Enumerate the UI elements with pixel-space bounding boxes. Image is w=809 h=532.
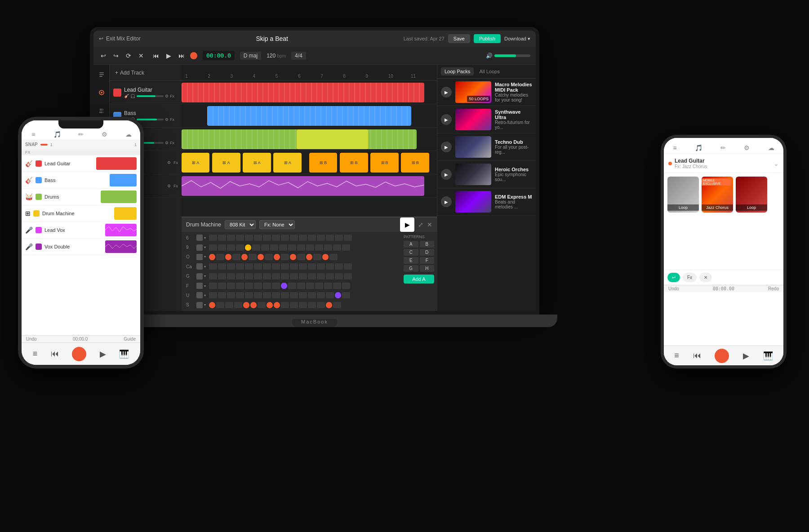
- vox-settings-icon[interactable]: ⚙: [167, 184, 171, 188]
- pr-record-button[interactable]: [715, 349, 729, 363]
- dm-cell-9-3[interactable]: [227, 244, 235, 251]
- phone-icon-cloud[interactable]: ☁: [124, 130, 133, 139]
- pattern-d[interactable]: D: [420, 249, 435, 256]
- dm-cell-6-9[interactable]: [281, 235, 289, 241]
- drum-machine-close-icon[interactable]: ✕: [427, 221, 432, 228]
- loop-pack-edm[interactable]: ▶ EDM Express M Beats and melodies ...: [437, 188, 536, 216]
- dm-cell-o-6[interactable]: [249, 254, 257, 260]
- phone-icon-settings[interactable]: ⚙: [100, 130, 109, 139]
- pattern-g[interactable]: G: [404, 265, 418, 272]
- dm-cell-6-10[interactable]: [290, 235, 298, 241]
- play-heroic-button[interactable]: ▶: [441, 169, 452, 180]
- track-fx-label-guitar[interactable]: Fx: [170, 94, 174, 98]
- dm-cell-9-5[interactable]: [245, 244, 251, 251]
- drum-machine-settings-icon[interactable]: ⚙: [167, 160, 171, 165]
- dm-cell-o-12[interactable]: [297, 254, 305, 260]
- sidebar-loops-icon[interactable]: [95, 86, 108, 99]
- dm-cell-9-6[interactable]: [252, 244, 260, 251]
- dm-cell-6-7[interactable]: [263, 235, 271, 241]
- phone-icon-tracks[interactable]: ≡: [29, 130, 38, 139]
- play-synthwave-button[interactable]: ▶: [441, 114, 452, 125]
- vox-fx-label[interactable]: Fx: [173, 184, 178, 188]
- pr-undo-label[interactable]: Undo: [668, 286, 679, 291]
- pattern-c[interactable]: C: [404, 249, 418, 256]
- dm-cell-6-4[interactable]: [236, 235, 244, 241]
- play-button[interactable]: ▶: [164, 51, 173, 60]
- dm-cell-o-11[interactable]: [290, 254, 296, 260]
- dm-cell-9-8[interactable]: [270, 244, 278, 251]
- pattern-b[interactable]: B: [420, 241, 435, 248]
- clip-dm-b4[interactable]: ⊞B: [401, 153, 429, 173]
- pr-skip-back-icon[interactable]: ⏮: [693, 351, 701, 360]
- all-loops-tab[interactable]: All Loops: [476, 67, 503, 75]
- pr-tracks-icon[interactable]: ≡: [673, 144, 676, 151]
- track-fader-lead-guitar[interactable]: [137, 95, 164, 97]
- dm-cell-9-2[interactable]: [218, 244, 226, 251]
- add-pattern-button[interactable]: Add A: [404, 275, 434, 284]
- dm-cell-9-13[interactable]: [315, 244, 323, 251]
- loop-pack-heroic[interactable]: ▶ Heroic Orches Epic symphonic sou...: [437, 161, 536, 188]
- dm-cell-o-16[interactable]: [329, 254, 338, 260]
- time-sig-display[interactable]: 4/4: [291, 52, 306, 60]
- pattern-e[interactable]: E: [404, 257, 418, 264]
- pattern-a[interactable]: A: [404, 241, 418, 248]
- clip-dm-a2[interactable]: ⊞A: [212, 153, 240, 173]
- pr-cloud-icon[interactable]: ☁: [768, 144, 774, 151]
- dm-cell-9-12[interactable]: [306, 244, 314, 251]
- redo-button[interactable]: ↪: [111, 51, 120, 60]
- loop-packs-tab[interactable]: Loop Packs: [441, 67, 474, 75]
- skip-back-button[interactable]: ⏮: [151, 51, 161, 60]
- dm-cell-6-8[interactable]: [272, 235, 280, 241]
- phone-clip-guitar[interactable]: [96, 157, 137, 170]
- dm-cell-o-8[interactable]: [265, 254, 273, 260]
- drum-machine-expand-icon[interactable]: ⤢: [418, 221, 423, 228]
- pr-fx-card-jazz[interactable]: MOBILE EXCLUSIVE Jazz Chorus: [702, 177, 733, 213]
- pr-fx-button[interactable]: Fx: [683, 273, 697, 282]
- pr-loops-icon[interactable]: 🎵: [695, 144, 702, 151]
- phone-record-button[interactable]: [72, 347, 86, 361]
- phone-piano-icon[interactable]: 🎹: [119, 349, 129, 359]
- drum-machine-fx-label[interactable]: Fx: [173, 160, 178, 165]
- phone-clip-bass[interactable]: [110, 174, 137, 186]
- loop-pack-synthwave[interactable]: ▶ Synthwave Ultra Retro-futurism for yo.…: [437, 106, 536, 133]
- dm-cell-o-10[interactable]: [281, 254, 289, 260]
- dm-cell-9-9[interactable]: [279, 244, 287, 251]
- pattern-f[interactable]: F: [420, 257, 435, 264]
- dm-cell-6-15[interactable]: [335, 235, 343, 241]
- dm-cell-o-7[interactable]: [258, 254, 264, 260]
- drum-machine-play-button[interactable]: ▶: [400, 217, 414, 232]
- drums-settings-icon[interactable]: ⚙: [165, 141, 169, 145]
- pr-piano-icon[interactable]: 🎹: [763, 351, 773, 361]
- track-mute-icon[interactable]: 🎸: [124, 94, 129, 98]
- phone-icon-edit[interactable]: ✏: [76, 130, 85, 139]
- bass-fx-label[interactable]: Fx: [170, 117, 174, 122]
- phone-undo-label[interactable]: Undo: [26, 337, 37, 341]
- pr-chevron-icon[interactable]: ⌄: [773, 160, 779, 167]
- dm-cell-9-10[interactable]: [288, 244, 296, 251]
- track-headphones-icon[interactable]: 🎧: [130, 94, 135, 98]
- dm-cell-u-15[interactable]: [335, 292, 341, 298]
- loop-pack-macro-melodies[interactable]: ▶ 50 LOOPS Macro Melodies MIDI Pack Catc…: [437, 79, 536, 106]
- clip-drums-2[interactable]: [297, 129, 368, 149]
- dm-cell-f-9[interactable]: [281, 283, 287, 289]
- pr-loop-button[interactable]: ↩: [667, 273, 680, 282]
- cut-button[interactable]: ✕: [137, 51, 146, 60]
- add-track-button[interactable]: + Add Track: [115, 70, 144, 76]
- loop-button[interactable]: ⟳: [124, 51, 133, 60]
- pr-edit-icon[interactable]: ✏: [720, 144, 726, 151]
- clip-lead-guitar[interactable]: [182, 83, 424, 102]
- pr-close-button[interactable]: ✕: [699, 273, 712, 282]
- pr-redo-label[interactable]: Redo: [768, 286, 779, 291]
- dm-cell-9-15[interactable]: [333, 244, 341, 251]
- play-techno-button[interactable]: ▶: [441, 142, 452, 152]
- dm-cell-9-7[interactable]: [261, 244, 269, 251]
- dm-cell-o-1[interactable]: [209, 254, 215, 260]
- pr-menu-icon[interactable]: ≡: [674, 351, 679, 360]
- track-settings-icon[interactable]: ⚙: [165, 94, 169, 98]
- clip-dm-a4[interactable]: ⊞A: [273, 153, 301, 173]
- dm-cell-o-14[interactable]: [313, 254, 321, 260]
- loop-pack-techno-dub[interactable]: ▶ Techno Dub For all your post-reg...: [437, 133, 536, 161]
- dm-cell-o-15[interactable]: [322, 254, 329, 260]
- dm-cell-6-1[interactable]: [209, 235, 217, 241]
- phone-guide-label[interactable]: Guide: [124, 337, 136, 341]
